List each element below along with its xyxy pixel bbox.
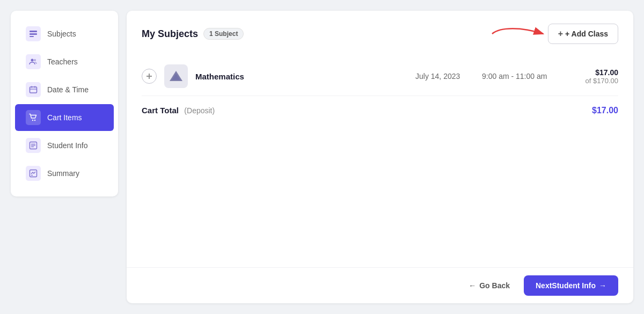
sidebar-item-date-time[interactable]: Date & Time <box>15 76 114 103</box>
cart-total-amount: $17.00 <box>592 106 618 115</box>
subject-time: 9:00 am - 11:00 am <box>482 72 562 81</box>
subject-add-button[interactable] <box>142 69 157 84</box>
svg-point-10 <box>34 120 35 121</box>
subject-count-badge: 1 Subject <box>203 28 244 40</box>
subject-price-amount: $17.00 <box>570 68 618 77</box>
sidebar-label-teachers: Teachers <box>47 57 78 66</box>
cart-total-deposit: (Deposit) <box>184 106 215 115</box>
cart-total-left: Cart Total (Deposit) <box>142 106 215 115</box>
add-class-label: + Add Class <box>565 30 608 38</box>
date-time-icon-box <box>26 82 41 97</box>
main-footer: ← Go Back NextStudent Info → <box>127 267 633 303</box>
svg-point-3 <box>31 59 34 62</box>
sidebar-label-student-info: Student Info <box>47 141 88 150</box>
sidebar-label-subjects: Subjects <box>47 30 76 38</box>
cart-total-row: Cart Total (Deposit) $17.00 <box>142 96 618 115</box>
sidebar-item-teachers[interactable]: Teachers <box>15 48 114 75</box>
add-class-icon: + <box>558 29 563 39</box>
svg-rect-1 <box>30 33 37 35</box>
cart-items-icon-box <box>26 110 41 125</box>
sidebar-item-subjects[interactable]: Subjects <box>15 20 114 47</box>
sidebar-label-date-time: Date & Time <box>47 85 89 94</box>
svg-point-4 <box>34 59 36 61</box>
subject-date: July 14, 2023 <box>415 72 474 81</box>
subject-row: Mathematics July 14, 2023 9:00 am - 11:0… <box>142 57 618 96</box>
svg-point-9 <box>32 120 33 121</box>
svg-rect-5 <box>30 87 37 93</box>
sidebar: Subjects Teachers <box>11 11 118 196</box>
main-content: My Subjects 1 Subject + <box>127 11 633 303</box>
next-button[interactable]: NextStudent Info → <box>524 275 618 296</box>
svg-rect-15 <box>30 170 37 177</box>
sidebar-item-student-info[interactable]: Student Info <box>15 132 114 159</box>
sidebar-label-summary: Summary <box>47 169 79 178</box>
subject-price: $17.00 of $170.00 <box>570 68 618 85</box>
subject-price-of: of $170.00 <box>570 77 618 85</box>
svg-rect-2 <box>30 36 34 37</box>
main-title-area: My Subjects 1 Subject <box>142 28 244 40</box>
go-back-arrow-icon: ← <box>469 281 476 290</box>
next-arrow-icon: → <box>599 281 606 290</box>
go-back-button[interactable]: ← Go Back <box>462 277 516 294</box>
arrow-annotation <box>489 24 548 43</box>
sidebar-item-summary[interactable]: Summary <box>15 160 114 187</box>
summary-icon-box <box>26 166 41 181</box>
sidebar-label-cart-items: Cart Items <box>47 113 82 122</box>
cart-total-label: Cart Total <box>142 106 179 115</box>
student-info-icon-box <box>26 138 41 153</box>
subjects-icon-box <box>26 26 41 41</box>
main-header: My Subjects 1 Subject + <box>142 24 618 44</box>
go-back-label: Go Back <box>479 281 510 290</box>
page-title: My Subjects <box>142 28 198 40</box>
subject-name: Mathematics <box>195 72 408 81</box>
sidebar-item-cart-items[interactable]: Cart Items <box>15 104 114 131</box>
svg-rect-0 <box>30 31 37 32</box>
teachers-icon-box <box>26 54 41 69</box>
main-body: My Subjects 1 Subject + <box>127 11 633 267</box>
subject-thumbnail <box>164 64 188 88</box>
add-class-button[interactable]: + + Add Class <box>548 24 618 44</box>
next-label: NextStudent Info <box>536 281 596 290</box>
